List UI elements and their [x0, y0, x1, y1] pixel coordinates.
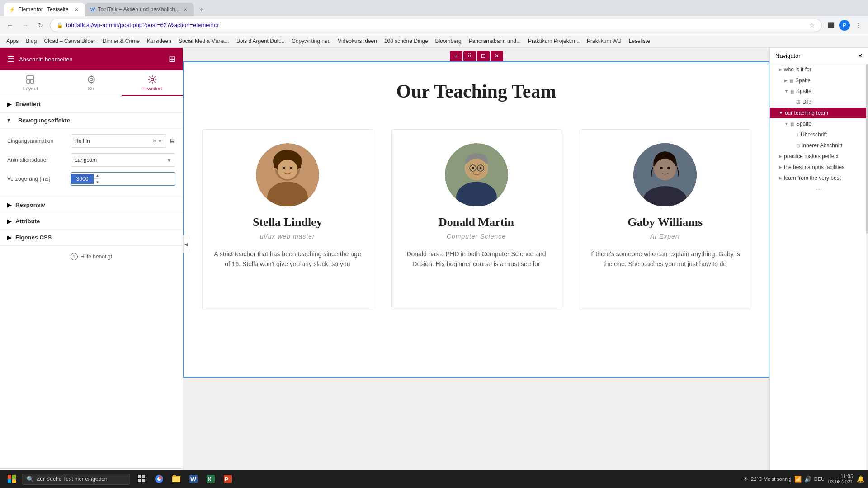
panel-grid-icon[interactable]: ⊞ [169, 54, 175, 64]
verzoegerung-field: Verzögerung (ms) ▲ ▼ [7, 172, 175, 186]
address-bar[interactable]: 🔒 tobitalk.at/wp-admin/post.php?post=627… [50, 19, 822, 32]
clear-animation-button[interactable]: ✕ [152, 138, 157, 144]
navigator-header: Navigator ✕ [770, 48, 868, 64]
bookmarks-bar: Apps Blog Cload – Canva Bilder Dinner & … [0, 34, 868, 48]
extensions-button[interactable]: ⬛ [825, 19, 837, 32]
bookmark-kursideen[interactable]: Kursideen [144, 37, 174, 45]
close-section-button[interactable]: ✕ [491, 51, 503, 61]
taskbar-powerpoint-button[interactable]: P [220, 471, 236, 487]
responsiv-header[interactable]: ▶ Responsiv [0, 197, 183, 213]
bookmark-copywriting[interactable]: Copywriting neu [289, 37, 333, 45]
spalte3-collapse-icon: ▼ [784, 122, 788, 126]
tab-tobitalk[interactable]: W TobiTalk – Aktien und persönlich... ✕ [85, 3, 194, 16]
bookmark-100dinge[interactable]: 100 schöne Dinge [382, 37, 431, 45]
bookmark-praktikum2[interactable]: Praktikum WU [584, 37, 624, 45]
nav-item-teaching-team[interactable]: ▼ our teaching team [770, 108, 868, 118]
svg-rect-37 [142, 479, 145, 482]
bookmark-leseliste[interactable]: Leseliste [626, 37, 653, 45]
svg-rect-36 [138, 479, 141, 482]
verzoegerung-input[interactable] [71, 174, 94, 184]
bookmark-bois[interactable]: Bois d'Argent Duft... [234, 37, 287, 45]
navigator-close-button[interactable]: ✕ [858, 52, 863, 59]
tab-erweitert-label: Erweitert [142, 86, 162, 91]
notification-button[interactable]: 🔔 [857, 475, 864, 483]
taskbar-search[interactable]: 🔍 Zur Suche Text hier eingeben [22, 474, 130, 485]
gaby-name: Gaby Williams [589, 216, 741, 229]
eigenes-css-header[interactable]: ▶ Eigenes CSS [0, 230, 183, 246]
svg-rect-0 [27, 76, 34, 79]
bookmark-leseliste-label: Leseliste [629, 38, 650, 44]
taskbar-explorer-button[interactable] [168, 471, 184, 487]
nav-item-spalte1[interactable]: ▶ ▦ Spalte [770, 75, 868, 86]
spalte1-collapse-icon: ▶ [784, 78, 788, 83]
taskbar-taskview-button[interactable] [134, 471, 150, 487]
bookmark-praktikum1[interactable]: Praktikum Projektm... [525, 37, 582, 45]
bookmark-copywriting-label: Copywriting neu [292, 38, 330, 44]
nav-item-campus[interactable]: ▶ the best campus facilities [770, 162, 868, 173]
nav-item-spalte3[interactable]: ▼ ▦ Spalte [770, 118, 868, 129]
bewegungseffekte-header[interactable]: ▶ Bewegungseffekte [0, 113, 183, 129]
bookmark-apps[interactable]: Apps [4, 37, 21, 45]
add-section-button[interactable]: + [450, 51, 462, 61]
tab-close-1[interactable]: ✕ [73, 6, 80, 13]
bookmark-bloomberg[interactable]: Bloomberg [433, 37, 464, 45]
help-row[interactable]: ? Hilfe benötigt [0, 246, 183, 267]
svg-point-28 [660, 167, 663, 169]
nav-scrollbar [866, 64, 868, 488]
refresh-button[interactable]: ↻ [34, 19, 47, 32]
section-erweitert-header[interactable]: ▶ Erweitert [0, 96, 183, 113]
nav-item-innerer-abschnitt[interactable]: ⊡ Innerer Abschnitt [770, 140, 868, 151]
back-button[interactable]: ← [4, 19, 16, 32]
start-button[interactable] [4, 471, 20, 487]
attribute-header[interactable]: ▶ Attribute [0, 213, 183, 230]
nav-item-spalte2[interactable]: ▼ ▦ Spalte [770, 86, 868, 97]
eigenes-css-label: Eigenes CSS [15, 234, 52, 241]
tab-elementor[interactable]: ⚡ Elementor | Testseite ✕ [4, 3, 85, 16]
bookmark-panorama[interactable]: Panoramabahn und... [466, 37, 524, 45]
nav-item-uberschrift[interactable]: T Überschrift [770, 129, 868, 140]
bookmark-social[interactable]: Social Media Mana... [176, 37, 232, 45]
bookmark-blog[interactable]: Blog [23, 37, 39, 45]
verzoegerung-down-arrow[interactable]: ▼ [94, 179, 101, 186]
nav-item-bild[interactable]: 🖼 Bild [770, 97, 868, 108]
tab-layout[interactable]: Layout [0, 70, 61, 96]
tab-stil[interactable]: Stil [61, 70, 122, 96]
teaching-section: Our Teaching Team [183, 61, 769, 378]
bookmark-dinner[interactable]: Dinner & Crime [100, 37, 142, 45]
tab-erweitert[interactable]: Erweitert [122, 70, 183, 96]
verzoegerung-up-arrow[interactable]: ▲ [94, 172, 101, 179]
move-section-button[interactable]: ⠿ [463, 51, 476, 61]
nav-item-who[interactable]: ▶ who is it for [770, 64, 868, 75]
verzoegerung-number-input[interactable]: ▲ ▼ [71, 172, 175, 186]
nav-item-learn[interactable]: ▶ learn from the very best [770, 173, 868, 183]
forward-button[interactable]: → [19, 19, 32, 32]
network-icon[interactable]: 📶 [794, 476, 802, 483]
nav-item-practice[interactable]: ▶ practice makes perfect [770, 151, 868, 162]
nav-scroll-thumb[interactable] [866, 64, 868, 234]
svg-rect-32 [8, 479, 11, 483]
svg-point-18 [466, 159, 487, 180]
bookmark-canva[interactable]: Cload – Canva Bilder [41, 37, 98, 45]
uberschrift-text-icon: T [796, 132, 799, 137]
teaching-team-label: our teaching team [785, 110, 828, 116]
hamburger-icon[interactable]: ☰ [7, 54, 14, 64]
animationsdauer-select[interactable]: Langsam ▼ [71, 153, 175, 167]
taskbar-excel-button[interactable]: X [203, 471, 219, 487]
tab-close-2[interactable]: ✕ [182, 6, 189, 13]
new-tab-button[interactable]: + [196, 4, 208, 15]
taskbar-time-display: 11:05 [828, 474, 853, 479]
eingangsanimation-select[interactable]: Roll In ✕ ▼ [71, 134, 166, 148]
volume-icon[interactable]: 🔊 [804, 476, 811, 483]
taskbar-word-button[interactable]: W [185, 471, 202, 487]
more-button[interactable]: ⋮ [852, 19, 864, 32]
team-card-inner-donald: Donald Martin Computer Science Donald ha… [391, 129, 562, 310]
bookmark-kursideen-label: Kursideen [147, 38, 171, 44]
tab-stil-label: Stil [88, 86, 94, 91]
bookmark-star-icon[interactable]: ☆ [809, 22, 815, 29]
duplicate-section-button[interactable]: ⊡ [477, 51, 490, 61]
collapse-panel-button[interactable]: ◀ [183, 235, 189, 253]
bookmark-videokurs[interactable]: Videokurs Ideen [335, 37, 380, 45]
profile-button[interactable]: P [839, 20, 850, 31]
bookmark-praktikum1-label: Praktikum Projektm... [528, 38, 580, 44]
taskbar-chrome-button[interactable] [151, 471, 167, 487]
